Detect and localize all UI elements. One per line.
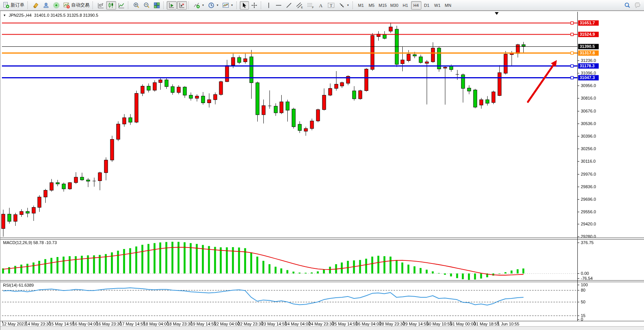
new-order-label: 新订单 — [11, 2, 24, 8]
chart-canvas[interactable] — [0, 11, 644, 330]
periods-button[interactable]: ▼ — [206, 1, 220, 10]
svg-text:T: T — [330, 3, 332, 8]
timeframe-mn[interactable]: MN — [443, 1, 453, 10]
text-button[interactable]: A — [316, 1, 325, 10]
bar-chart-icon — [97, 2, 104, 9]
fibonacci-button[interactable]: F — [305, 1, 316, 10]
vertical-line-button[interactable] — [264, 1, 273, 10]
notifications-button[interactable]: 1 — [633, 1, 642, 10]
auto-trading-button[interactable]: 自动交易 — [62, 1, 91, 10]
separator — [236, 2, 238, 9]
timeframe-m30[interactable]: M30 — [389, 1, 400, 10]
text-label-icon: T — [327, 2, 335, 9]
separator — [188, 2, 190, 9]
svg-text:A: A — [319, 3, 323, 8]
tile-windows-icon — [153, 2, 160, 9]
templates-icon — [222, 2, 229, 9]
timeframe-m5[interactable]: M5 — [367, 1, 377, 10]
text-icon: A — [318, 2, 324, 9]
notifications-icon: 1 — [634, 2, 641, 9]
candlestick-chart-button[interactable] — [106, 1, 116, 10]
profile-button[interactable] — [41, 1, 51, 10]
zoom-in-icon — [133, 2, 140, 9]
chart-title: ▼ JPN225-,H4 31401.0 31425.5 31325.8 313… — [3, 13, 98, 17]
shift-chart-icon — [168, 2, 175, 9]
timeframe-w1[interactable]: W1 — [432, 1, 443, 10]
timeframe-d1[interactable]: D1 — [422, 1, 432, 10]
eraser-icon — [32, 2, 39, 9]
shift-chart-button[interactable] — [167, 1, 177, 10]
zoom-out-icon — [143, 2, 150, 9]
tile-windows-button[interactable] — [152, 1, 162, 10]
profile-icon — [43, 2, 49, 9]
separator — [261, 2, 262, 9]
arrow-objects-button[interactable]: ▼ — [337, 1, 351, 10]
eraser-button[interactable] — [31, 1, 41, 10]
svg-text:E: E — [301, 6, 303, 9]
equidistant-channel-icon: E — [296, 2, 303, 9]
search-button[interactable] — [622, 1, 632, 10]
timeframe-h1[interactable]: H1 — [400, 1, 411, 10]
zoom-in-button[interactable] — [131, 1, 141, 10]
indicators-button[interactable]: ▼ — [192, 1, 206, 10]
search-icon — [624, 2, 631, 9]
horizontal-line-button[interactable] — [274, 1, 284, 10]
text-label-button[interactable]: T — [326, 1, 336, 10]
line-chart-button[interactable] — [116, 1, 126, 10]
signals-button[interactable] — [51, 1, 61, 10]
horizontal-line-icon — [275, 3, 282, 8]
timeframe-h4[interactable]: H4 — [411, 1, 421, 10]
zoom-out-button[interactable] — [142, 1, 151, 10]
auto-trading-icon — [63, 2, 70, 9]
equidistant-channel-button[interactable]: E — [294, 1, 305, 10]
crosshair-icon — [251, 2, 258, 9]
periods-dropdown[interactable]: ▼ — [216, 4, 219, 6]
separator — [27, 2, 29, 9]
chart-symbol-period: JPN225-,H4 — [9, 13, 32, 17]
notification-badge: 1 — [637, 0, 643, 5]
auto-scroll-icon — [179, 2, 185, 9]
signals-icon — [53, 2, 60, 9]
templates-button[interactable]: ▼ — [221, 1, 235, 10]
chart-ohlc-values: 31401.0 31425.5 31325.8 31390.5 — [34, 13, 98, 17]
timeframe-m15[interactable]: M15 — [377, 1, 388, 10]
auto-scroll-button[interactable] — [177, 1, 187, 10]
templates-dropdown[interactable]: ▼ — [231, 4, 233, 6]
rsi-indicator-label: RSI(14) 61.6389 — [3, 283, 34, 287]
timeframe-m1[interactable]: M1 — [356, 1, 366, 10]
main-toolbar: 新订单 自动交易 ▼ ▼ ▼ E F A T ▼ M1M5M15M30H1H4D… — [0, 0, 644, 11]
trendline-icon — [285, 2, 292, 9]
macd-indicator-label: MACD(12,26,9) 58.78 -10.73 — [3, 240, 57, 245]
crosshair-button[interactable] — [249, 1, 259, 10]
indicators-dropdown[interactable]: ▼ — [202, 4, 204, 6]
candlestick-chart-icon — [108, 2, 115, 9]
periods-icon — [208, 2, 215, 9]
separator — [92, 2, 94, 9]
chart-window: ▼ JPN225-,H4 31401.0 31425.5 31325.8 313… — [0, 11, 644, 330]
separator — [352, 2, 354, 9]
bar-chart-button[interactable] — [96, 1, 106, 10]
indicators-icon — [193, 2, 200, 9]
line-chart-icon — [118, 2, 125, 9]
trendline-button[interactable] — [284, 1, 294, 10]
svg-text:F: F — [312, 6, 314, 9]
arrow-objects-icon — [338, 2, 345, 9]
separator — [128, 2, 129, 9]
chart-collapse-icon[interactable]: ▼ — [3, 14, 6, 17]
timeframe-group: M1M5M15M30H1H4D1W1MN — [356, 1, 453, 10]
cursor-button[interactable] — [240, 1, 249, 10]
new-order-button[interactable]: 新订单 — [2, 1, 26, 10]
cursor-icon — [241, 2, 247, 8]
auto-trading-label: 自动交易 — [71, 2, 89, 8]
separator — [163, 2, 165, 9]
fibonacci-icon: F — [307, 2, 314, 9]
arrow-objects-dropdown[interactable]: ▼ — [347, 4, 349, 6]
vertical-line-icon — [266, 2, 271, 9]
new-order-icon — [3, 2, 10, 8]
